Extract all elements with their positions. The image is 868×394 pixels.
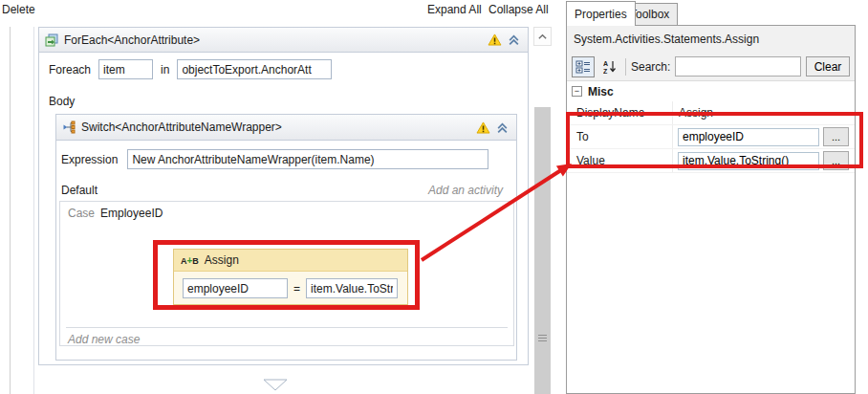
switch-default-row: Default Add an activity bbox=[61, 184, 503, 197]
scrollbar-up-arrow[interactable] bbox=[533, 27, 552, 46]
value-property-input[interactable] bbox=[678, 152, 819, 170]
sort-alphabetical-button[interactable]: A Z bbox=[599, 56, 620, 77]
properties-panel: System.Activities.Statements.Assign A Z bbox=[566, 25, 856, 394]
categorize-button[interactable] bbox=[572, 56, 595, 77]
property-name: DisplayName bbox=[567, 101, 673, 124]
misc-category-label: Misc bbox=[588, 85, 614, 98]
foreach-icon bbox=[45, 33, 58, 47]
assign-activity-header[interactable]: A+B Assign bbox=[174, 250, 407, 272]
equals-label: = bbox=[293, 282, 300, 296]
misc-category-row: − Misc bbox=[567, 81, 855, 101]
search-input[interactable] bbox=[675, 56, 801, 77]
delete-menu-item[interactable]: Delete bbox=[2, 3, 35, 16]
foreach-expression-row: Foreach in bbox=[49, 59, 332, 79]
in-keyword-label: in bbox=[161, 63, 169, 77]
switch-expression-input[interactable] bbox=[127, 149, 488, 169]
collapse-chevron-icon[interactable] bbox=[496, 121, 509, 134]
property-row-displayname: DisplayName Assign bbox=[567, 101, 855, 125]
switch-case-container: Case EmployeeID A+B Assign = bbox=[59, 201, 514, 346]
clear-button[interactable]: Clear bbox=[806, 56, 850, 77]
svg-text:Z: Z bbox=[603, 68, 608, 75]
foreach-item-input[interactable] bbox=[98, 59, 153, 79]
designer-scrollbar bbox=[533, 27, 552, 394]
foreach-collection-input[interactable] bbox=[177, 59, 332, 79]
workflow-designer-screen: Delete Expand All Collapse All ForEach<A… bbox=[0, 0, 868, 394]
assign-value-input[interactable] bbox=[306, 278, 398, 298]
expression-label: Expression bbox=[61, 153, 118, 166]
toolbar-separator bbox=[625, 58, 626, 76]
categorized-view-icon bbox=[575, 59, 591, 75]
switch-title: Switch<AnchorAttributeNameWrapper> bbox=[81, 120, 470, 134]
case-keyword-label: Case bbox=[68, 207, 95, 220]
assign-activity[interactable]: A+B Assign = bbox=[173, 249, 408, 305]
value-ellipsis-button[interactable]: ... bbox=[823, 151, 849, 170]
assign-title: Assign bbox=[205, 253, 239, 267]
case-divider bbox=[66, 327, 508, 328]
scrollbar-thumb[interactable] bbox=[534, 107, 551, 394]
container-edge-line bbox=[33, 27, 34, 394]
collapse-expander-icon[interactable]: − bbox=[572, 86, 582, 97]
property-value-text: Assign bbox=[673, 106, 713, 120]
switch-icon bbox=[62, 120, 76, 134]
selected-activity-type-label: System.Activities.Statements.Assign bbox=[574, 33, 759, 46]
tab-properties[interactable]: Properties bbox=[566, 1, 636, 26]
search-label: Search: bbox=[631, 60, 670, 74]
to-property-input[interactable] bbox=[678, 128, 819, 146]
switch-activity-header[interactable]: Switch<AnchorAttributeNameWrapper> bbox=[56, 115, 516, 141]
left-guide-line bbox=[10, 27, 11, 394]
assign-ab-icon: A+B bbox=[181, 255, 199, 266]
warning-icon bbox=[488, 33, 502, 46]
selected-activity-type: System.Activities.Statements.Assign bbox=[567, 26, 855, 53]
foreach-title: ForEach<AnchorAttribute> bbox=[64, 33, 482, 47]
tab-properties-label: Properties bbox=[575, 8, 627, 21]
collapse-all-link[interactable]: Collapse All bbox=[488, 3, 549, 16]
expand-all-link[interactable]: Expand All bbox=[427, 3, 482, 16]
foreach-activity: ForEach<AnchorAttribute> Foreach in bbox=[38, 27, 529, 365]
property-row-value: Value ... bbox=[567, 149, 855, 173]
property-name: To bbox=[567, 125, 673, 148]
add-activity-hint[interactable]: Add an activity bbox=[428, 184, 503, 197]
body-label: Body bbox=[49, 95, 75, 108]
property-row-to: To ... bbox=[567, 125, 855, 149]
warning-icon bbox=[476, 121, 490, 134]
foreach-activity-header[interactable]: ForEach<AnchorAttribute> bbox=[39, 28, 528, 53]
case-name-label: EmployeeID bbox=[100, 207, 163, 220]
to-ellipsis-button[interactable]: ... bbox=[823, 127, 849, 146]
case-header-row[interactable]: Case EmployeeID bbox=[60, 202, 513, 225]
switch-activity: Switch<AnchorAttributeNameWrapper> bbox=[55, 114, 517, 361]
properties-toolbar: A Z Search: Clear bbox=[567, 53, 855, 81]
svg-text:A: A bbox=[603, 60, 608, 67]
assign-to-input[interactable] bbox=[183, 278, 288, 298]
foreach-keyword-label: Foreach bbox=[49, 63, 91, 77]
tab-toolbox-label: Toolbox bbox=[630, 8, 669, 21]
add-new-case-hint[interactable]: Add new case bbox=[68, 333, 140, 346]
property-name: Value bbox=[567, 149, 673, 172]
switch-expression-row: Expression bbox=[61, 149, 488, 169]
flow-drop-triangle-icon bbox=[263, 379, 288, 392]
default-label: Default bbox=[61, 184, 98, 197]
collapse-chevron-icon[interactable] bbox=[508, 33, 520, 46]
scrollbar-grip bbox=[538, 335, 547, 343]
sort-az-icon: A Z bbox=[603, 59, 617, 75]
assign-body: = bbox=[174, 272, 407, 305]
